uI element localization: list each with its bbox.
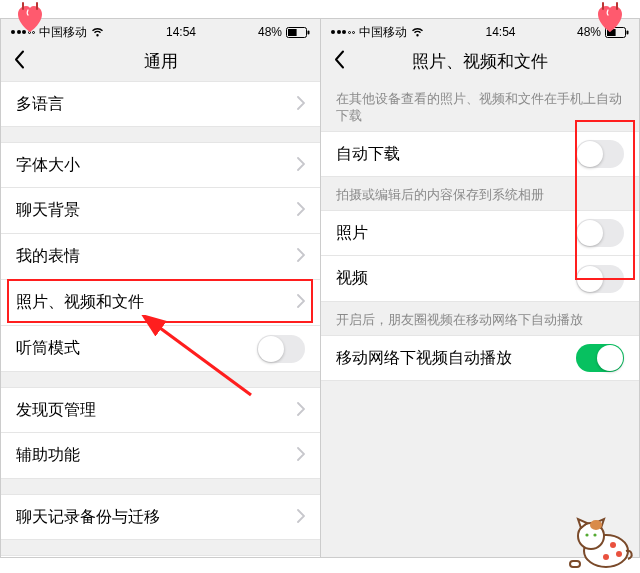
row-earpiece-mode[interactable]: 听筒模式 <box>1 326 320 372</box>
svg-rect-6 <box>308 30 310 34</box>
chevron-right-icon <box>297 509 305 526</box>
row-label: 字体大小 <box>16 155 80 176</box>
row-label: 我的表情 <box>16 246 80 267</box>
battery-label: 48% <box>258 25 282 39</box>
screen-general-settings: 中国移动 14:54 48% 通用 多语言 <box>1 19 320 557</box>
section-header: 在其他设备查看的照片、视频和文件在手机上自动下载 <box>321 81 639 131</box>
svg-rect-1 <box>36 2 38 10</box>
row-save-photos[interactable]: 照片 <box>321 210 639 256</box>
row-autoplay[interactable]: 移动网络下视频自动播放 <box>321 335 639 381</box>
switch-autoplay[interactable] <box>576 344 624 372</box>
battery-icon <box>286 27 310 38</box>
row-chat-background[interactable]: 聊天背景 <box>1 188 320 234</box>
carrier-label: 中国移动 <box>359 24 407 41</box>
row-save-videos[interactable]: 视频 <box>321 256 639 302</box>
wifi-icon <box>91 27 104 37</box>
chevron-right-icon <box>297 294 305 311</box>
svg-point-13 <box>590 520 602 530</box>
row-label: 发现页管理 <box>16 400 96 421</box>
svg-point-15 <box>593 533 596 536</box>
row-stickers[interactable]: 我的表情 <box>1 234 320 280</box>
status-time: 14:54 <box>485 25 515 39</box>
chevron-right-icon <box>297 157 305 174</box>
chevron-right-icon <box>297 202 305 219</box>
svg-point-14 <box>585 533 588 536</box>
screen-media-settings: 中国移动 14:54 48% 照片、视频和文件 在其他设备查看的照片、视频和文件… <box>320 19 639 557</box>
row-label: 辅助功能 <box>16 445 80 466</box>
back-button[interactable] <box>333 50 345 73</box>
row-discover[interactable]: 发现页管理 <box>1 387 320 433</box>
row-label: 照片 <box>336 223 368 244</box>
section-header: 开启后，朋友圈视频在移动网络下自动播放 <box>321 302 639 335</box>
row-accessibility[interactable]: 辅助功能 <box>1 433 320 479</box>
row-font-size[interactable]: 字体大小 <box>1 142 320 188</box>
switch-auto-download[interactable] <box>576 140 624 168</box>
page-title: 通用 <box>144 50 178 73</box>
svg-point-16 <box>610 542 616 548</box>
settings-list: 多语言 字体大小 聊天背景 我的表情 照片、视频和文件 听筒模式 <box>1 81 320 557</box>
row-label: 聊天背景 <box>16 200 80 221</box>
row-storage[interactable]: 存储空间 <box>1 555 320 557</box>
svg-point-18 <box>603 554 609 560</box>
row-label: 照片、视频和文件 <box>16 292 144 313</box>
svg-rect-5 <box>288 29 297 36</box>
row-chat-backup[interactable]: 聊天记录备份与迁移 <box>1 494 320 540</box>
row-multilanguage[interactable]: 多语言 <box>1 81 320 127</box>
chevron-right-icon <box>297 96 305 113</box>
switch-save-videos[interactable] <box>576 265 624 293</box>
decorative-heart-left <box>12 0 48 36</box>
media-settings-list: 在其他设备查看的照片、视频和文件在手机上自动下载 自动下载 拍摄或编辑后的内容保… <box>321 81 639 557</box>
row-media-files[interactable]: 照片、视频和文件 <box>1 280 320 326</box>
chevron-right-icon <box>297 402 305 419</box>
svg-rect-0 <box>22 2 24 10</box>
chevron-right-icon <box>297 447 305 464</box>
status-bar: 中国移动 14:54 48% <box>1 19 320 41</box>
decorative-cat <box>556 501 636 571</box>
decorative-heart-right <box>592 0 628 36</box>
row-label: 多语言 <box>16 94 64 115</box>
row-label: 听筒模式 <box>16 338 80 359</box>
row-auto-download[interactable]: 自动下载 <box>321 131 639 177</box>
section-header: 拍摄或编辑后的内容保存到系统相册 <box>321 177 639 210</box>
svg-point-17 <box>616 551 622 557</box>
row-label: 视频 <box>336 268 368 289</box>
svg-rect-3 <box>616 2 618 10</box>
switch-earpiece[interactable] <box>257 335 305 363</box>
row-label: 移动网络下视频自动播放 <box>336 348 512 369</box>
svg-rect-19 <box>570 561 580 567</box>
chevron-right-icon <box>297 248 305 265</box>
wifi-icon <box>411 27 424 37</box>
row-label: 自动下载 <box>336 144 400 165</box>
nav-bar: 照片、视频和文件 <box>321 41 639 81</box>
nav-bar: 通用 <box>1 41 320 81</box>
page-title: 照片、视频和文件 <box>412 50 548 73</box>
row-label: 聊天记录备份与迁移 <box>16 507 160 528</box>
svg-rect-2 <box>602 2 604 10</box>
status-time: 14:54 <box>166 25 196 39</box>
signal-icon <box>331 30 355 34</box>
back-button[interactable] <box>13 50 25 73</box>
switch-save-photos[interactable] <box>576 219 624 247</box>
